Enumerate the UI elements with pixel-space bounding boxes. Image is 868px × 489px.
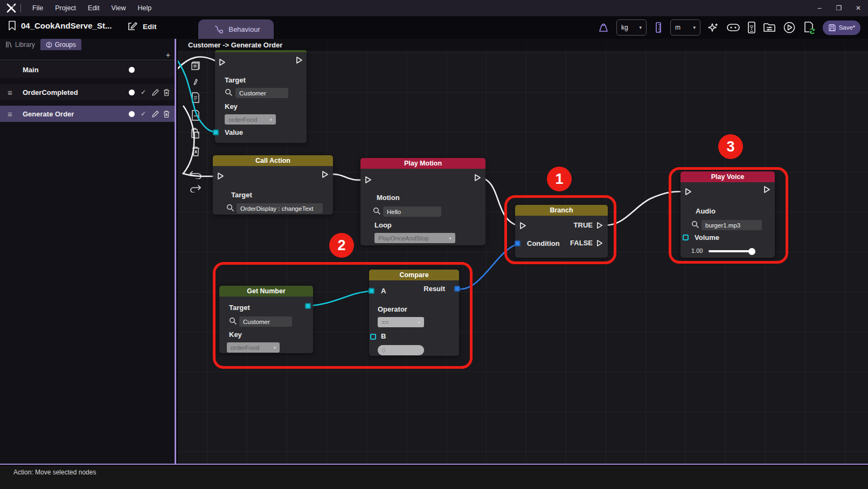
group-row-ordercompleted[interactable]: ≡ OrderCompleted ✓ bbox=[0, 84, 175, 100]
library-icon bbox=[5, 41, 12, 48]
document-lines-icon[interactable] bbox=[188, 92, 204, 104]
document-minus-icon[interactable] bbox=[188, 109, 204, 121]
key-dropdown[interactable]: orderFood ▾ bbox=[225, 114, 276, 125]
paste-clipboard-icon[interactable] bbox=[188, 127, 204, 140]
annotation-badge-3: 3 bbox=[718, 134, 743, 159]
group-label: Generate Order bbox=[23, 110, 74, 118]
controller-icon[interactable] bbox=[726, 22, 740, 33]
chevron-down-icon: ▾ bbox=[449, 236, 452, 241]
tab-groups[interactable]: Groups bbox=[40, 39, 81, 50]
groups-icon bbox=[46, 42, 52, 48]
loop-dropdown-value: PlayOnceAndStop bbox=[378, 235, 429, 242]
sparkles-icon[interactable] bbox=[707, 22, 719, 33]
status-bar: Action: Move selected nodes bbox=[0, 466, 868, 489]
library-books-icon[interactable] bbox=[188, 60, 204, 72]
menu-help[interactable]: Help bbox=[131, 4, 157, 12]
rename-pencil-icon[interactable] bbox=[151, 110, 159, 118]
group-status-dot bbox=[129, 111, 135, 117]
node-header[interactable]: Play Motion bbox=[360, 158, 485, 169]
ruler-icon[interactable] bbox=[654, 22, 663, 33]
weight-unit-value: kg bbox=[621, 24, 628, 31]
check-icon[interactable]: ✓ bbox=[141, 110, 146, 118]
titlebar-divider bbox=[20, 4, 21, 12]
field-label: Loop bbox=[374, 221, 392, 229]
weight-unit-select[interactable]: kg ▾ bbox=[616, 19, 647, 36]
phone-wifi-icon[interactable] bbox=[747, 21, 756, 34]
group-row-generate-order[interactable]: ≡ Generate Order ✓ bbox=[0, 106, 175, 122]
weight-icon[interactable] bbox=[598, 22, 609, 33]
play-simulation-icon[interactable] bbox=[783, 21, 796, 34]
field-label: Value bbox=[225, 128, 243, 136]
main-area: Library Groups + Main ≡ OrderCompleted ✓ bbox=[0, 39, 868, 465]
menu-file[interactable]: File bbox=[26, 4, 49, 12]
check-icon[interactable]: ✓ bbox=[141, 88, 146, 96]
tab-groups-label: Groups bbox=[55, 41, 76, 49]
node-graph-canvas[interactable]: Customer -> Generate Order bbox=[178, 39, 868, 464]
save-button[interactable]: Save* bbox=[823, 20, 860, 35]
group-status-dot bbox=[129, 89, 135, 95]
app-logo-icon bbox=[6, 3, 16, 13]
rename-pencil-icon[interactable] bbox=[151, 88, 159, 97]
exec-in-port[interactable] bbox=[364, 176, 372, 184]
add-group-button[interactable]: + bbox=[166, 51, 170, 59]
minimize-button[interactable]: – bbox=[810, 0, 829, 16]
restore-button[interactable]: ❐ bbox=[829, 0, 849, 16]
node-header[interactable] bbox=[215, 50, 307, 52]
bookmark-icon bbox=[8, 20, 17, 31]
search-icon bbox=[226, 204, 234, 212]
annotation-badge-2: 2 bbox=[329, 233, 354, 258]
window-controls: – ❐ ✕ bbox=[810, 0, 868, 16]
value-input-port[interactable] bbox=[213, 129, 219, 135]
document-title-group: 04_CookAndServe_St... bbox=[8, 20, 112, 31]
project-files-icon[interactable] bbox=[763, 22, 776, 33]
canvas-toolbar bbox=[188, 60, 204, 198]
exec-out-port[interactable] bbox=[295, 56, 303, 64]
menu-project[interactable]: Project bbox=[49, 4, 82, 12]
delete-trash-icon[interactable] bbox=[163, 110, 170, 118]
save-floppy-icon bbox=[828, 24, 836, 32]
pen-small-icon[interactable] bbox=[188, 78, 204, 86]
tab-library[interactable]: Library bbox=[0, 39, 40, 50]
tab-library-label: Library bbox=[15, 41, 35, 49]
field-label: Target bbox=[225, 76, 246, 84]
node-play-motion[interactable]: Play Motion Motion Hello Loop PlayOnceAn… bbox=[360, 158, 485, 245]
sidebar: Library Groups + Main ≡ OrderCompleted ✓ bbox=[0, 39, 176, 464]
menu-edit[interactable]: Edit bbox=[82, 4, 106, 12]
loop-dropdown[interactable]: PlayOnceAndStop ▾ bbox=[374, 233, 455, 243]
node-set-value[interactable]: Target Customer Key orderFood ▾ Value bbox=[215, 50, 307, 143]
undo-icon[interactable] bbox=[188, 170, 204, 179]
annotation-rect-3 bbox=[669, 167, 788, 264]
chevron-down-icon: ▾ bbox=[639, 25, 642, 30]
edit-button[interactable]: Edit bbox=[127, 21, 157, 32]
behaviour-graph-icon bbox=[212, 24, 224, 34]
breadcrumb: Customer -> Generate Order bbox=[188, 41, 282, 49]
group-row-main[interactable]: Main bbox=[0, 61, 175, 78]
node-header[interactable]: Call Action bbox=[213, 155, 333, 166]
delete-trash-icon[interactable] bbox=[188, 146, 204, 157]
target-search-field[interactable]: OrderDisplay : changeText bbox=[237, 203, 323, 213]
search-icon bbox=[225, 88, 233, 97]
motion-search-field[interactable]: Hello bbox=[383, 206, 441, 217]
group-status-dot bbox=[129, 67, 135, 73]
drag-handle-icon[interactable]: ≡ bbox=[8, 109, 12, 119]
drag-handle-icon[interactable]: ≡ bbox=[8, 88, 12, 97]
header-bar: 04_CookAndServe_St... Edit Behaviour kg … bbox=[0, 16, 868, 39]
delete-trash-icon[interactable] bbox=[163, 88, 170, 97]
node-call-action[interactable]: Call Action Target OrderDisplay : change… bbox=[213, 155, 333, 215]
group-list-header: + bbox=[0, 50, 175, 60]
redo-icon[interactable] bbox=[188, 185, 204, 192]
tab-behaviour[interactable]: Behaviour bbox=[198, 19, 274, 39]
target-search-field[interactable]: Customer bbox=[235, 88, 288, 98]
file-sync-icon[interactable] bbox=[803, 21, 816, 34]
save-label: Save* bbox=[839, 24, 856, 31]
exec-out-port[interactable] bbox=[474, 174, 482, 182]
header-toolbar: kg ▾ m ▾ bbox=[598, 19, 860, 36]
exec-in-port[interactable] bbox=[217, 172, 225, 180]
wire-call-action-to-play-motion bbox=[329, 174, 364, 180]
exec-in-port[interactable] bbox=[218, 58, 226, 66]
length-unit-select[interactable]: m ▾ bbox=[670, 19, 700, 36]
menu-view[interactable]: View bbox=[106, 4, 132, 12]
close-button[interactable]: ✕ bbox=[849, 0, 868, 16]
group-label: OrderCompleted bbox=[23, 88, 78, 97]
exec-out-port[interactable] bbox=[321, 170, 329, 178]
